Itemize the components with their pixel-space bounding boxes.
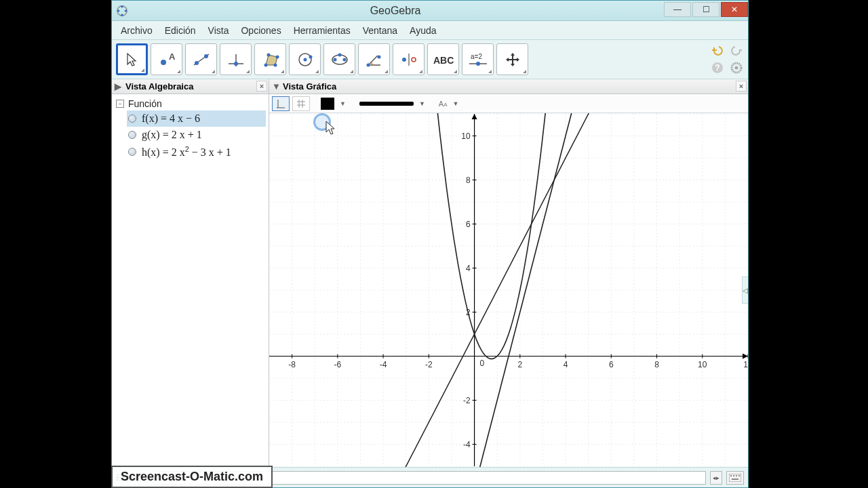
grid-toggle-button[interactable]	[292, 96, 310, 111]
settings-button[interactable]	[729, 60, 744, 75]
graphics-panel: ▼ Vista Gráfica × ▼ ▼ AA ▼ -8-6-4-224681…	[269, 79, 748, 467]
function-item-f[interactable]: f(x) = 4 x − 6	[127, 110, 266, 127]
polygon-tool[interactable]	[254, 43, 286, 75]
visibility-toggle-icon[interactable]	[128, 148, 136, 156]
svg-text:8: 8	[654, 360, 659, 369]
svg-text:8: 8	[466, 176, 471, 185]
menu-herramientas[interactable]: Herramientas	[288, 22, 357, 39]
text-tool[interactable]: ABC	[427, 43, 459, 75]
side-expand-button[interactable]: ◁	[742, 277, 748, 304]
visibility-toggle-icon[interactable]	[128, 115, 136, 123]
title-bar: GeoGebra — ☐ ✕	[112, 1, 748, 21]
perp-icon	[226, 52, 246, 68]
geogebra-icon	[116, 5, 128, 17]
main-area: ▶ Vista Algebraica × − Función f(x) = 4 …	[112, 79, 748, 467]
window-title: GeoGebra	[128, 5, 663, 17]
virtual-keyboard-button[interactable]	[726, 471, 744, 485]
svg-text:10: 10	[698, 360, 707, 369]
svg-text:-2: -2	[463, 396, 471, 405]
svg-point-2	[125, 9, 127, 12]
svg-text:12: 12	[743, 360, 748, 369]
redo-button[interactable]	[729, 43, 744, 58]
graphics-panel-header[interactable]: ▼ Vista Gráfica ×	[269, 79, 748, 94]
minimize-button[interactable]: —	[664, 2, 691, 17]
move-view-tool[interactable]	[496, 43, 528, 75]
svg-point-9	[204, 54, 208, 58]
reflect-icon	[399, 52, 419, 68]
svg-rect-120	[738, 475, 740, 476]
svg-point-8	[195, 61, 199, 65]
visibility-toggle-icon[interactable]	[128, 131, 136, 139]
svg-text:A: A	[169, 52, 176, 62]
svg-text:ABC: ABC	[433, 55, 454, 66]
close-button[interactable]: ✕	[721, 2, 748, 17]
axes-toggle-button[interactable]	[272, 96, 290, 111]
plot-area[interactable]: -8-6-4-224681012-4-22468100	[269, 113, 748, 467]
help-button[interactable]: ?	[710, 60, 725, 75]
svg-text:-2: -2	[425, 360, 433, 369]
menu-archivo[interactable]: Archivo	[115, 22, 159, 39]
menu-vista[interactable]: Vista	[202, 22, 235, 39]
angle-tool[interactable]	[358, 43, 390, 75]
line-tool[interactable]	[185, 43, 217, 75]
text-icon: ABC	[432, 53, 455, 66]
svg-point-29	[412, 58, 416, 62]
polygon-icon	[260, 52, 281, 68]
svg-text:2: 2	[517, 360, 522, 369]
graphics-close-button[interactable]: ×	[736, 81, 747, 92]
conic-tool[interactable]	[323, 43, 355, 75]
function-expression: h(x) = 2 x2 − 3 x + 1	[142, 145, 231, 159]
svg-text:4: 4	[564, 360, 568, 369]
perpendicular-tool[interactable]	[220, 43, 252, 75]
move-tool[interactable]	[116, 43, 148, 75]
svg-text:4: 4	[466, 264, 471, 273]
svg-point-24	[338, 53, 341, 56]
menu-opciones[interactable]: Opciones	[235, 22, 287, 39]
algebra-panel-header[interactable]: ▶ Vista Algebraica ×	[112, 79, 269, 94]
svg-point-15	[273, 63, 277, 66]
maximize-button[interactable]: ☐	[692, 2, 719, 17]
dropdown-icon[interactable]: ▼	[416, 100, 428, 107]
function-item-h[interactable]: h(x) = 2 x2 − 3 x + 1	[127, 143, 266, 161]
slider-icon: a=2	[467, 52, 490, 68]
menu-ayuda[interactable]: Ayuda	[403, 22, 442, 39]
color-picker[interactable]	[321, 98, 334, 110]
svg-text:a=2: a=2	[471, 53, 482, 60]
point-icon: A	[157, 52, 177, 68]
svg-point-16	[275, 55, 279, 58]
toolbar-right: ?	[710, 43, 744, 75]
svg-point-14	[264, 63, 267, 66]
undo-button[interactable]	[710, 43, 725, 58]
svg-rect-121	[732, 479, 738, 480]
menu-bar: Archivo Edición Vista Opciones Herramien…	[112, 21, 748, 40]
slider-tool[interactable]: a=2	[462, 43, 494, 75]
dropdown-icon[interactable]: ▼	[337, 100, 349, 107]
tree-collapse-icon[interactable]: −	[116, 100, 124, 108]
transform-tool[interactable]	[393, 43, 425, 75]
collapse-arrow-icon: ▼	[272, 81, 279, 92]
watermark-label: Screencast-O-Matic.com	[111, 466, 273, 488]
graphics-canvas[interactable]: -8-6-4-224681012-4-22468100 ◁	[269, 113, 748, 467]
svg-point-19	[303, 58, 307, 61]
algebra-close-button[interactable]: ×	[256, 81, 267, 92]
svg-text:?: ?	[715, 63, 719, 73]
category-node[interactable]: − Función	[115, 97, 266, 110]
circle-tool[interactable]	[289, 43, 321, 75]
input-history-button[interactable]: ◂▸	[710, 471, 722, 485]
point-tool[interactable]: A	[151, 43, 182, 75]
svg-point-28	[402, 58, 406, 62]
svg-text:-6: -6	[334, 360, 342, 369]
svg-point-33	[476, 62, 480, 66]
line-style-picker[interactable]	[359, 102, 414, 106]
svg-text:0: 0	[480, 359, 485, 368]
menu-ventana[interactable]: Ventana	[357, 22, 403, 39]
algebra-panel: ▶ Vista Algebraica × − Función f(x) = 4 …	[112, 79, 269, 467]
circle-icon	[295, 52, 315, 68]
svg-rect-119	[736, 475, 737, 476]
menu-edicion[interactable]: Edición	[159, 22, 202, 39]
function-item-g[interactable]: g(x) = 2 x + 1	[127, 127, 266, 143]
dropdown-icon[interactable]: ▼	[450, 100, 462, 107]
graphics-toolbar: ▼ ▼ AA ▼	[269, 94, 748, 113]
svg-point-23	[342, 58, 346, 61]
collapse-arrow-icon: ▶	[115, 81, 121, 92]
